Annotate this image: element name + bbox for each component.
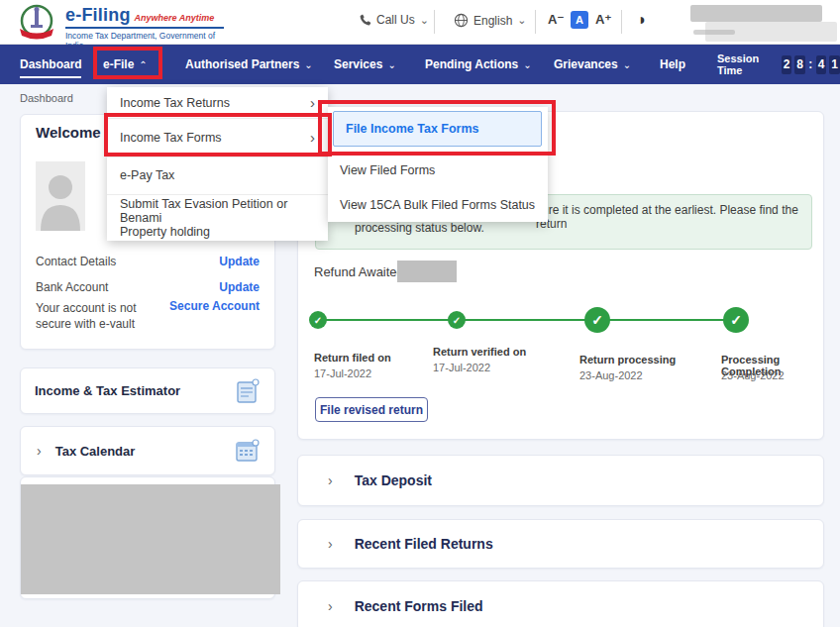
call-us-menu[interactable]: Call Us ⌄ <box>359 13 429 27</box>
nav-grievances[interactable]: Grievances⌄ <box>554 45 631 84</box>
redacted-refund-amount <box>397 261 457 282</box>
efile-dropdown-menu: Income Tax Returns › Income Tax Forms › … <box>107 87 328 241</box>
chevron-up-icon: ⌃ <box>139 59 147 70</box>
contrast-toggle-icon[interactable]: ◑ <box>636 11 646 29</box>
call-us-label: Call Us <box>376 13 415 27</box>
menu-item-income-tax-returns[interactable]: Income Tax Returns › <box>107 87 328 118</box>
session-digit: 1 <box>829 55 840 74</box>
nav-help[interactable]: Help <box>660 45 685 84</box>
menu-item-submit-tax-evasion[interactable]: Submit Tax Evasion Petition or Benami Pr… <box>107 194 328 241</box>
submenu-arrow-icon: › <box>310 94 315 111</box>
chevron-down-icon: ⌄ <box>523 59 531 70</box>
session-timer: Session Time 2 8 : 4 1 <box>717 45 840 84</box>
file-revised-return-button[interactable]: File revised return <box>315 397 428 422</box>
timeline-step-label: Return filed on <box>314 352 391 364</box>
accordion-title: Tax Deposit <box>355 472 432 488</box>
chevron-down-icon: ⌄ <box>420 14 429 27</box>
accordion-recent-filed-returns[interactable]: › Recent Filed Returns <box>297 519 824 569</box>
nav-services[interactable]: Services⌄ <box>334 45 396 84</box>
check-glyph: ✓ <box>730 312 742 328</box>
nav-dashboard-label: Dashboard <box>20 57 82 71</box>
language-selector[interactable]: English ⌄ <box>454 13 527 28</box>
check-glyph: ✓ <box>453 315 461 326</box>
accordion-title: Recent Filed Returns <box>355 536 493 552</box>
redacted-user-subtext <box>693 30 735 35</box>
contact-update-link[interactable]: Update <box>178 255 260 268</box>
brand-name: e-Filing <box>65 5 131 26</box>
active-tab-underline <box>20 76 81 78</box>
estimator-title: Income & Tax Estimator <box>35 383 180 398</box>
chevron-right-icon: › <box>328 472 333 488</box>
session-time-label: Session Time <box>717 52 775 76</box>
submenu-item-label: File Income Tax Forms <box>346 122 479 136</box>
avatar <box>36 161 85 231</box>
bank-update-link[interactable]: Update <box>178 280 260 294</box>
timeline-step-date: 17-Jul-2022 <box>314 367 371 379</box>
chevron-down-icon: ⌄ <box>387 59 395 70</box>
nav-authorised-partners[interactable]: Authorised Partners⌄ <box>185 45 313 84</box>
top-header-bar: e-Filing Anywhere Anytime Income Tax Dep… <box>0 0 840 45</box>
timeline-connector-line <box>318 319 736 321</box>
nav-grievances-label: Grievances <box>554 57 618 71</box>
chevron-right-icon: › <box>328 598 333 614</box>
session-digit: 4 <box>816 55 827 74</box>
timeline-step-date: 23-Aug-2022 <box>721 369 785 381</box>
banner-text-fragment: sure it is completed at the earliest. Pl… <box>536 203 811 231</box>
submenu-item-file-income-tax-forms[interactable]: File Income Tax Forms <box>333 111 542 147</box>
menu-item-line1: Submit Tax Evasion Petition or Benami <box>120 197 315 225</box>
menu-item-income-tax-forms[interactable]: Income Tax Forms › <box>107 118 328 157</box>
submenu-item-label: View 15CA Bulk Filed Forms Status <box>340 198 535 212</box>
chevron-down-icon: ⌄ <box>304 59 312 70</box>
step-check-icon: ✓ <box>723 307 749 333</box>
timeline-step-date: 17-Jul-2022 <box>433 362 490 373</box>
contact-details-label: Contact Details <box>36 255 116 268</box>
refund-awaited-label: Refund Awaited: <box>314 264 407 279</box>
menu-item-label: Income Tax Forms <box>120 131 222 145</box>
main-navigation-bar: Dashboard e-File⌃ Authorised Partners⌄ S… <box>0 45 840 84</box>
timeline-step-label: Return processing <box>579 354 676 366</box>
font-size-default-button[interactable]: A <box>571 11 588 29</box>
divider <box>621 10 622 34</box>
check-glyph: ✓ <box>591 312 603 328</box>
nav-dashboard[interactable]: Dashboard <box>20 45 82 84</box>
evault-status-line1: Your account is not <box>36 301 137 315</box>
nav-pending-actions-label: Pending Actions <box>425 57 518 71</box>
font-size-increase-button[interactable]: A⁺ <box>595 12 611 27</box>
divider <box>434 10 435 34</box>
income-tax-estimator-card[interactable]: Income & Tax Estimator <box>20 367 275 414</box>
chevron-down-icon: ⌄ <box>517 14 526 27</box>
efiling-dashboard-screen: e-Filing Anywhere Anytime Income Tax Dep… <box>0 0 840 627</box>
income-tax-forms-submenu: File Income Tax Forms View Filed Forms V… <box>328 107 548 222</box>
evault-status-line2: secure with e-vault <box>36 317 135 331</box>
submenu-item-view-15ca-bulk-status[interactable]: View 15CA Bulk Filed Forms Status <box>328 190 548 220</box>
accordion-tax-deposit[interactable]: › Tax Deposit <box>297 455 824 506</box>
nav-authorised-partners-label: Authorised Partners <box>185 57 299 71</box>
menu-item-label: Submit Tax Evasion Petition or Benami Pr… <box>120 197 315 239</box>
timeline-step-date: 23-Aug-2022 <box>579 369 643 381</box>
session-digit: 2 <box>782 55 792 74</box>
font-size-decrease-button[interactable]: A⁻ <box>548 12 564 27</box>
divider <box>535 10 536 34</box>
submenu-arrow-icon: › <box>310 129 315 146</box>
submenu-item-label: View Filed Forms <box>340 163 435 177</box>
chevron-right-icon: › <box>37 443 42 459</box>
calendar-icon <box>235 438 261 464</box>
tax-calendar-card[interactable]: › Tax Calendar <box>20 426 275 475</box>
nav-pending-actions[interactable]: Pending Actions⌄ <box>425 45 532 84</box>
welcome-title: Welcome <box>36 124 101 141</box>
phone-icon <box>359 14 371 27</box>
session-digit: 8 <box>794 55 805 74</box>
nav-efile[interactable]: e-File⌃ <box>103 45 148 84</box>
submenu-item-view-filed-forms[interactable]: View Filed Forms <box>328 155 548 186</box>
breadcrumb[interactable]: Dashboard <box>20 92 73 104</box>
banner-text-fragment: processing status below. <box>355 221 484 235</box>
tax-calendar-title: Tax Calendar <box>55 444 136 459</box>
language-label: English <box>473 14 512 28</box>
menu-item-epay-tax[interactable]: e-Pay Tax <box>107 157 328 194</box>
menu-item-line2: Property holding <box>120 225 315 239</box>
estimator-icon <box>235 378 261 404</box>
redacted-username <box>690 5 822 22</box>
accordion-recent-forms-filed[interactable]: › Recent Forms Filed <box>297 580 824 627</box>
step-check-icon: ✓ <box>309 311 327 329</box>
secure-account-link[interactable]: Secure Account <box>160 299 260 313</box>
